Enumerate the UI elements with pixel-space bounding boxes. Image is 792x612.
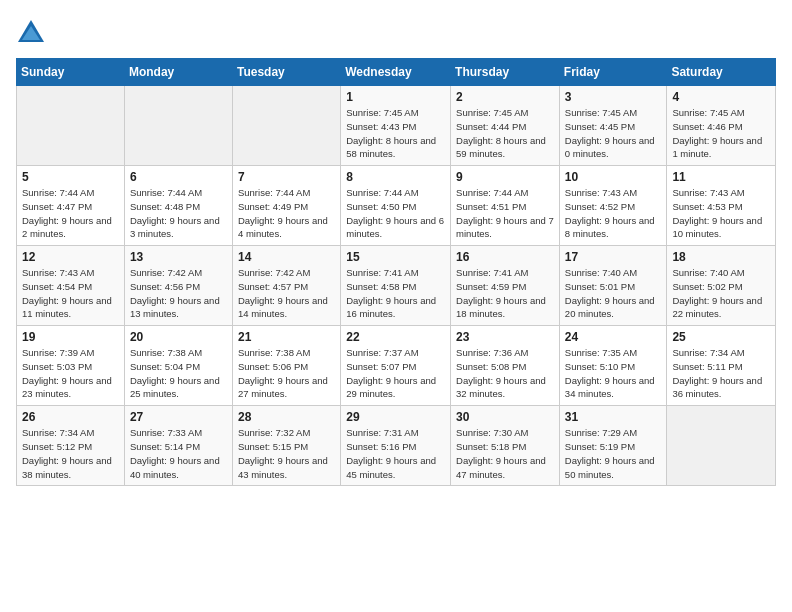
weekday-header-tuesday: Tuesday bbox=[232, 59, 340, 86]
day-number: 13 bbox=[130, 250, 227, 264]
calendar-cell: 6Sunrise: 7:44 AM Sunset: 4:48 PM Daylig… bbox=[124, 166, 232, 246]
day-number: 9 bbox=[456, 170, 554, 184]
week-row-4: 19Sunrise: 7:39 AM Sunset: 5:03 PM Dayli… bbox=[17, 326, 776, 406]
day-number: 1 bbox=[346, 90, 445, 104]
day-info: Sunrise: 7:31 AM Sunset: 5:16 PM Dayligh… bbox=[346, 426, 445, 481]
day-number: 12 bbox=[22, 250, 119, 264]
day-number: 21 bbox=[238, 330, 335, 344]
day-number: 26 bbox=[22, 410, 119, 424]
day-info: Sunrise: 7:36 AM Sunset: 5:08 PM Dayligh… bbox=[456, 346, 554, 401]
day-number: 19 bbox=[22, 330, 119, 344]
calendar-cell: 2Sunrise: 7:45 AM Sunset: 4:44 PM Daylig… bbox=[451, 86, 560, 166]
day-number: 25 bbox=[672, 330, 770, 344]
day-info: Sunrise: 7:42 AM Sunset: 4:57 PM Dayligh… bbox=[238, 266, 335, 321]
weekday-header-saturday: Saturday bbox=[667, 59, 776, 86]
day-info: Sunrise: 7:45 AM Sunset: 4:43 PM Dayligh… bbox=[346, 106, 445, 161]
day-info: Sunrise: 7:43 AM Sunset: 4:52 PM Dayligh… bbox=[565, 186, 662, 241]
day-number: 29 bbox=[346, 410, 445, 424]
day-info: Sunrise: 7:39 AM Sunset: 5:03 PM Dayligh… bbox=[22, 346, 119, 401]
calendar-table: SundayMondayTuesdayWednesdayThursdayFrid… bbox=[16, 58, 776, 486]
day-number: 30 bbox=[456, 410, 554, 424]
day-info: Sunrise: 7:40 AM Sunset: 5:02 PM Dayligh… bbox=[672, 266, 770, 321]
day-info: Sunrise: 7:45 AM Sunset: 4:46 PM Dayligh… bbox=[672, 106, 770, 161]
day-number: 18 bbox=[672, 250, 770, 264]
weekday-header-sunday: Sunday bbox=[17, 59, 125, 86]
calendar-cell: 18Sunrise: 7:40 AM Sunset: 5:02 PM Dayli… bbox=[667, 246, 776, 326]
calendar-cell: 26Sunrise: 7:34 AM Sunset: 5:12 PM Dayli… bbox=[17, 406, 125, 486]
day-info: Sunrise: 7:44 AM Sunset: 4:47 PM Dayligh… bbox=[22, 186, 119, 241]
day-number: 4 bbox=[672, 90, 770, 104]
calendar-cell: 1Sunrise: 7:45 AM Sunset: 4:43 PM Daylig… bbox=[341, 86, 451, 166]
day-info: Sunrise: 7:42 AM Sunset: 4:56 PM Dayligh… bbox=[130, 266, 227, 321]
week-row-1: 1Sunrise: 7:45 AM Sunset: 4:43 PM Daylig… bbox=[17, 86, 776, 166]
calendar-cell: 10Sunrise: 7:43 AM Sunset: 4:52 PM Dayli… bbox=[559, 166, 667, 246]
week-row-2: 5Sunrise: 7:44 AM Sunset: 4:47 PM Daylig… bbox=[17, 166, 776, 246]
calendar-cell: 22Sunrise: 7:37 AM Sunset: 5:07 PM Dayli… bbox=[341, 326, 451, 406]
day-number: 28 bbox=[238, 410, 335, 424]
calendar-cell: 9Sunrise: 7:44 AM Sunset: 4:51 PM Daylig… bbox=[451, 166, 560, 246]
calendar-cell: 20Sunrise: 7:38 AM Sunset: 5:04 PM Dayli… bbox=[124, 326, 232, 406]
calendar-cell: 17Sunrise: 7:40 AM Sunset: 5:01 PM Dayli… bbox=[559, 246, 667, 326]
calendar-cell: 24Sunrise: 7:35 AM Sunset: 5:10 PM Dayli… bbox=[559, 326, 667, 406]
day-number: 20 bbox=[130, 330, 227, 344]
weekday-header-monday: Monday bbox=[124, 59, 232, 86]
day-info: Sunrise: 7:38 AM Sunset: 5:06 PM Dayligh… bbox=[238, 346, 335, 401]
day-info: Sunrise: 7:44 AM Sunset: 4:50 PM Dayligh… bbox=[346, 186, 445, 241]
week-row-5: 26Sunrise: 7:34 AM Sunset: 5:12 PM Dayli… bbox=[17, 406, 776, 486]
day-number: 24 bbox=[565, 330, 662, 344]
calendar-cell: 21Sunrise: 7:38 AM Sunset: 5:06 PM Dayli… bbox=[232, 326, 340, 406]
day-number: 7 bbox=[238, 170, 335, 184]
day-info: Sunrise: 7:29 AM Sunset: 5:19 PM Dayligh… bbox=[565, 426, 662, 481]
day-number: 15 bbox=[346, 250, 445, 264]
calendar-cell: 7Sunrise: 7:44 AM Sunset: 4:49 PM Daylig… bbox=[232, 166, 340, 246]
day-info: Sunrise: 7:41 AM Sunset: 4:59 PM Dayligh… bbox=[456, 266, 554, 321]
calendar-cell: 29Sunrise: 7:31 AM Sunset: 5:16 PM Dayli… bbox=[341, 406, 451, 486]
day-info: Sunrise: 7:37 AM Sunset: 5:07 PM Dayligh… bbox=[346, 346, 445, 401]
day-number: 27 bbox=[130, 410, 227, 424]
calendar-cell: 8Sunrise: 7:44 AM Sunset: 4:50 PM Daylig… bbox=[341, 166, 451, 246]
calendar-cell: 16Sunrise: 7:41 AM Sunset: 4:59 PM Dayli… bbox=[451, 246, 560, 326]
day-number: 22 bbox=[346, 330, 445, 344]
day-info: Sunrise: 7:44 AM Sunset: 4:49 PM Dayligh… bbox=[238, 186, 335, 241]
calendar-cell: 19Sunrise: 7:39 AM Sunset: 5:03 PM Dayli… bbox=[17, 326, 125, 406]
day-info: Sunrise: 7:45 AM Sunset: 4:45 PM Dayligh… bbox=[565, 106, 662, 161]
day-number: 5 bbox=[22, 170, 119, 184]
day-info: Sunrise: 7:38 AM Sunset: 5:04 PM Dayligh… bbox=[130, 346, 227, 401]
week-row-3: 12Sunrise: 7:43 AM Sunset: 4:54 PM Dayli… bbox=[17, 246, 776, 326]
day-info: Sunrise: 7:44 AM Sunset: 4:51 PM Dayligh… bbox=[456, 186, 554, 241]
day-info: Sunrise: 7:43 AM Sunset: 4:53 PM Dayligh… bbox=[672, 186, 770, 241]
day-number: 6 bbox=[130, 170, 227, 184]
day-number: 10 bbox=[565, 170, 662, 184]
calendar-cell: 27Sunrise: 7:33 AM Sunset: 5:14 PM Dayli… bbox=[124, 406, 232, 486]
day-info: Sunrise: 7:30 AM Sunset: 5:18 PM Dayligh… bbox=[456, 426, 554, 481]
day-number: 2 bbox=[456, 90, 554, 104]
day-number: 14 bbox=[238, 250, 335, 264]
calendar-cell bbox=[667, 406, 776, 486]
day-info: Sunrise: 7:34 AM Sunset: 5:12 PM Dayligh… bbox=[22, 426, 119, 481]
calendar-cell: 31Sunrise: 7:29 AM Sunset: 5:19 PM Dayli… bbox=[559, 406, 667, 486]
calendar-cell: 13Sunrise: 7:42 AM Sunset: 4:56 PM Dayli… bbox=[124, 246, 232, 326]
day-info: Sunrise: 7:40 AM Sunset: 5:01 PM Dayligh… bbox=[565, 266, 662, 321]
calendar-cell bbox=[124, 86, 232, 166]
calendar-cell: 14Sunrise: 7:42 AM Sunset: 4:57 PM Dayli… bbox=[232, 246, 340, 326]
day-number: 31 bbox=[565, 410, 662, 424]
calendar-cell bbox=[17, 86, 125, 166]
day-info: Sunrise: 7:32 AM Sunset: 5:15 PM Dayligh… bbox=[238, 426, 335, 481]
calendar-cell: 11Sunrise: 7:43 AM Sunset: 4:53 PM Dayli… bbox=[667, 166, 776, 246]
logo bbox=[16, 16, 50, 46]
calendar-cell: 3Sunrise: 7:45 AM Sunset: 4:45 PM Daylig… bbox=[559, 86, 667, 166]
day-number: 3 bbox=[565, 90, 662, 104]
weekday-header-thursday: Thursday bbox=[451, 59, 560, 86]
logo-icon bbox=[16, 16, 46, 46]
day-info: Sunrise: 7:44 AM Sunset: 4:48 PM Dayligh… bbox=[130, 186, 227, 241]
calendar-cell: 28Sunrise: 7:32 AM Sunset: 5:15 PM Dayli… bbox=[232, 406, 340, 486]
day-info: Sunrise: 7:34 AM Sunset: 5:11 PM Dayligh… bbox=[672, 346, 770, 401]
day-number: 16 bbox=[456, 250, 554, 264]
weekday-header-friday: Friday bbox=[559, 59, 667, 86]
day-info: Sunrise: 7:41 AM Sunset: 4:58 PM Dayligh… bbox=[346, 266, 445, 321]
day-info: Sunrise: 7:33 AM Sunset: 5:14 PM Dayligh… bbox=[130, 426, 227, 481]
weekday-header-wednesday: Wednesday bbox=[341, 59, 451, 86]
day-number: 8 bbox=[346, 170, 445, 184]
calendar-cell: 30Sunrise: 7:30 AM Sunset: 5:18 PM Dayli… bbox=[451, 406, 560, 486]
page-header bbox=[16, 16, 776, 46]
